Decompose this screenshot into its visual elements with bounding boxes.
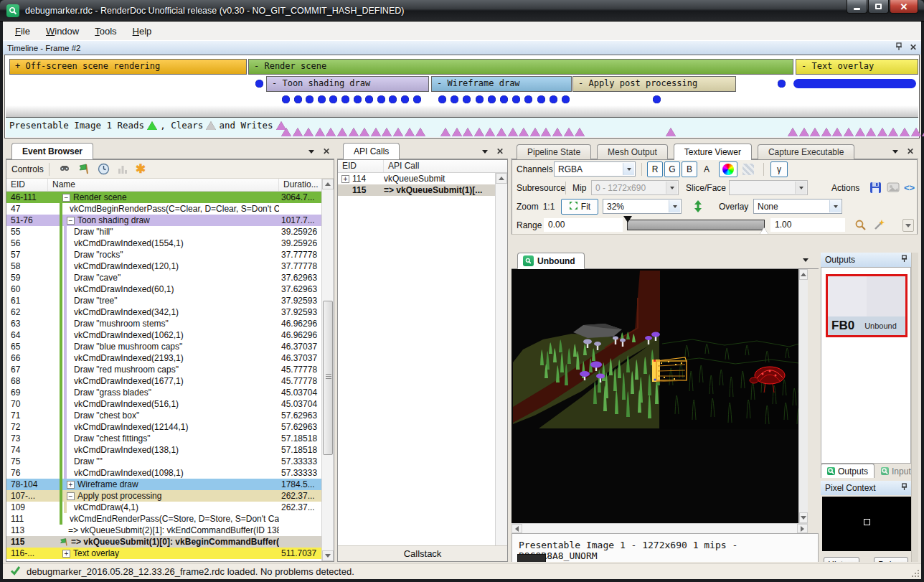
channel-red-button[interactable]: R bbox=[647, 161, 663, 177]
event-row[interactable]: 51-76−Toon shading draw1017.7... bbox=[6, 215, 334, 226]
close-button[interactable]: ✕ bbox=[890, 0, 918, 14]
zoom-fit-button[interactable]: Fit bbox=[561, 199, 598, 215]
maximize-button[interactable] bbox=[868, 0, 889, 14]
timeline-event-dot[interactable] bbox=[401, 95, 409, 103]
api-call-row[interactable]: 115=> vkQueueSubmit(1)[... bbox=[338, 184, 507, 196]
timeline-event-dot[interactable] bbox=[512, 95, 520, 103]
right-scroll-strip[interactable] bbox=[911, 253, 918, 562]
menu-file[interactable]: File bbox=[7, 23, 38, 39]
scrollbar-thumb[interactable] bbox=[323, 301, 333, 455]
event-row[interactable]: 58vkCmdDrawIndexed(120,1)37.77778 bbox=[6, 261, 334, 272]
more-options-button[interactable] bbox=[902, 219, 914, 232]
timeline-event-dot[interactable] bbox=[438, 95, 446, 103]
pin-icon[interactable] bbox=[901, 483, 908, 493]
channel-alpha-button[interactable]: A bbox=[699, 161, 715, 177]
scroll-up-icon[interactable] bbox=[799, 269, 808, 280]
overlay-dropdown[interactable]: None bbox=[753, 199, 842, 214]
column-api-call[interactable]: API Call bbox=[384, 160, 507, 172]
timeline-event-dot[interactable] bbox=[377, 95, 385, 103]
autofit-wand-icon[interactable] bbox=[873, 219, 885, 231]
event-row[interactable]: 73Draw "chest fittings"57.18518 bbox=[6, 433, 334, 444]
timeline-event-dot[interactable] bbox=[318, 95, 326, 103]
event-row[interactable]: 62vkCmdDrawIndexed(342,1)37.92593 bbox=[6, 306, 334, 318]
event-row[interactable]: 63Draw "mushroom stems"46.96296 bbox=[6, 318, 334, 329]
event-row[interactable]: 113=> vkQueueSubmit(2)[1]: vkEndCommandB… bbox=[6, 525, 334, 536]
event-row[interactable]: 56vkCmdDrawIndexed(1554,1)39.25926 bbox=[6, 238, 334, 249]
close-panel-icon[interactable]: ✕ bbox=[907, 146, 914, 156]
zoom-range-icon[interactable] bbox=[854, 219, 867, 231]
menu-window[interactable]: Window bbox=[38, 23, 87, 39]
event-row[interactable]: 59Draw "cave"37.62963 bbox=[6, 272, 334, 283]
history-button[interactable]: History bbox=[824, 557, 859, 562]
panel-menu-icon[interactable] bbox=[892, 150, 898, 154]
timeline-event-dot[interactable] bbox=[329, 95, 337, 103]
fb0-thumbnail[interactable]: FB0 Unbound bbox=[826, 274, 908, 337]
tree-expander-icon[interactable]: − bbox=[62, 194, 70, 202]
event-row[interactable]: 46-111−Render scene3064.7... bbox=[6, 192, 334, 203]
api-calls-scrollbar[interactable] bbox=[495, 173, 507, 545]
event-row[interactable]: 61Draw "tree"37.92593 bbox=[6, 295, 334, 306]
save-icon[interactable] bbox=[869, 182, 882, 194]
statistics-icon[interactable] bbox=[117, 164, 128, 175]
gamma-button[interactable]: γ bbox=[770, 161, 788, 177]
range-max-field[interactable]: 1.00 bbox=[770, 218, 845, 232]
zoom-1to1-button[interactable]: 1:1 bbox=[539, 199, 558, 215]
pixel-context-view[interactable] bbox=[822, 497, 911, 551]
timeline-marker-bar[interactable]: - Text overlay bbox=[796, 59, 918, 75]
timeline-marker-bar[interactable]: + Off-screen scene rendering bbox=[9, 59, 247, 75]
slice-face-dropdown[interactable] bbox=[729, 180, 808, 195]
timeline-event-dot[interactable] bbox=[524, 95, 532, 103]
timeline-event-dot[interactable] bbox=[365, 95, 373, 103]
timeline-event-dot[interactable] bbox=[282, 95, 290, 103]
debug-button[interactable]: Debug bbox=[874, 557, 908, 562]
timeline-event-dot[interactable] bbox=[341, 95, 349, 103]
checkerboard-button[interactable] bbox=[739, 161, 758, 177]
tab-unbound-texture[interactable]: Unbound bbox=[517, 253, 585, 269]
range-white-point-handle[interactable] bbox=[760, 227, 768, 234]
color-wheel-button[interactable] bbox=[719, 161, 737, 177]
zoom-level-dropdown[interactable]: 32% bbox=[603, 199, 682, 214]
menu-help[interactable]: Help bbox=[125, 23, 160, 39]
tree-expander-icon[interactable]: + bbox=[67, 481, 75, 489]
timeline-event-dot[interactable] bbox=[451, 95, 458, 103]
tab-outputs[interactable]: Outputs bbox=[821, 464, 874, 478]
timeline-event-dot[interactable] bbox=[463, 95, 471, 103]
texture-display[interactable] bbox=[512, 269, 808, 523]
timeline-event-dot[interactable] bbox=[653, 95, 661, 103]
event-row[interactable]: 68vkCmdDrawIndexed(1677,1)45.77778 bbox=[6, 375, 334, 387]
event-browser-header[interactable]: EID Name Duratio... bbox=[6, 179, 334, 192]
timeline-event-dot[interactable] bbox=[537, 95, 545, 103]
close-panel-icon[interactable]: ✕ bbox=[910, 42, 917, 52]
pin-icon[interactable] bbox=[901, 255, 908, 265]
timeline-event-dot[interactable] bbox=[255, 80, 263, 88]
column-name[interactable]: Name bbox=[48, 179, 279, 191]
event-row[interactable]: 71Draw "chest box"57.62963 bbox=[6, 410, 334, 421]
range-black-point-handle[interactable] bbox=[623, 216, 632, 222]
range-min-field[interactable]: 0.00 bbox=[544, 218, 623, 232]
event-row[interactable]: 116-...+Text overlay511.7037 bbox=[6, 548, 334, 559]
channel-green-button[interactable]: G bbox=[664, 161, 680, 177]
api-calls-header[interactable]: EID API Call bbox=[338, 160, 507, 173]
timeline-event-dot[interactable] bbox=[294, 95, 302, 103]
tree-expander-icon[interactable]: + bbox=[341, 175, 349, 183]
scroll-up-icon[interactable] bbox=[496, 173, 507, 184]
tab-pipeline-state[interactable]: Pipeline State bbox=[517, 144, 591, 159]
event-row[interactable]: 109vkCmdDraw(4,1)262.37... bbox=[6, 502, 334, 513]
timeline-event-dot[interactable] bbox=[413, 95, 421, 103]
event-browser-scrollbar[interactable] bbox=[321, 179, 334, 561]
scroll-right-icon[interactable] bbox=[797, 524, 808, 533]
event-row[interactable]: 60vkCmdDrawIndexed(60,1)37.62963 bbox=[6, 283, 334, 295]
open-in-code-icon[interactable]: <> bbox=[904, 182, 915, 193]
timeline-event-dot[interactable] bbox=[389, 95, 397, 103]
event-row[interactable]: 66vkCmdDrawIndexed(2193,1)46.37037 bbox=[6, 352, 334, 364]
timeline-marker-bar[interactable]: - Render scene bbox=[248, 59, 793, 75]
callstack-footer[interactable]: Callstack bbox=[338, 545, 507, 561]
tree-expander-icon[interactable]: + bbox=[62, 550, 70, 558]
event-row[interactable]: 69Draw "grass blades"45.03704 bbox=[6, 387, 334, 398]
timeline-event-dot[interactable] bbox=[778, 80, 786, 88]
bookmark-icon[interactable]: ✱ bbox=[136, 164, 146, 174]
pixel-context-header[interactable]: Pixel Context bbox=[821, 481, 911, 495]
texture-horizontal-scrollbar[interactable] bbox=[512, 523, 808, 533]
event-row[interactable]: 64vkCmdDrawIndexed(1062,1)46.96296 bbox=[6, 329, 334, 341]
titlebar[interactable]: debugmarker.rdc - RenderDoc Unofficial r… bbox=[0, 0, 924, 22]
